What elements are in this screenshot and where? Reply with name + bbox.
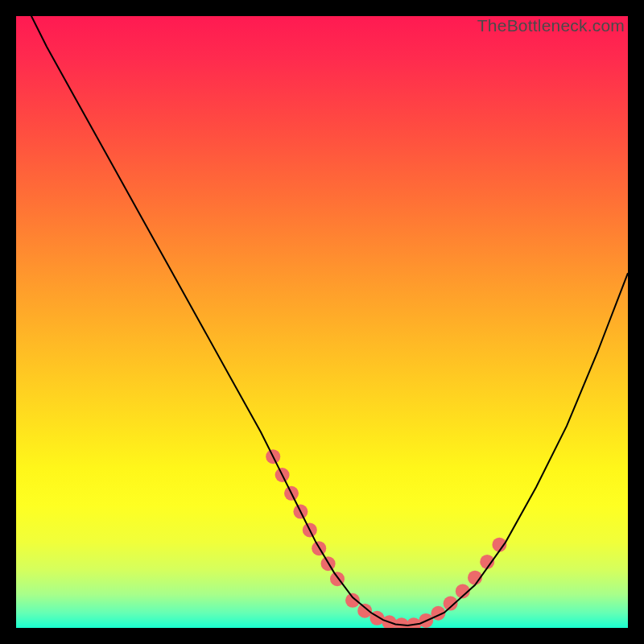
dot-marker	[394, 617, 409, 628]
chart-svg	[16, 16, 628, 628]
dot-marker	[407, 617, 421, 628]
dot-marker	[345, 593, 360, 608]
plot-area: TheBottleneck.com	[16, 16, 628, 628]
bottleneck-curve	[16, 16, 628, 625]
dot-markers	[266, 449, 506, 628]
image-frame: TheBottleneck.com	[0, 0, 644, 644]
